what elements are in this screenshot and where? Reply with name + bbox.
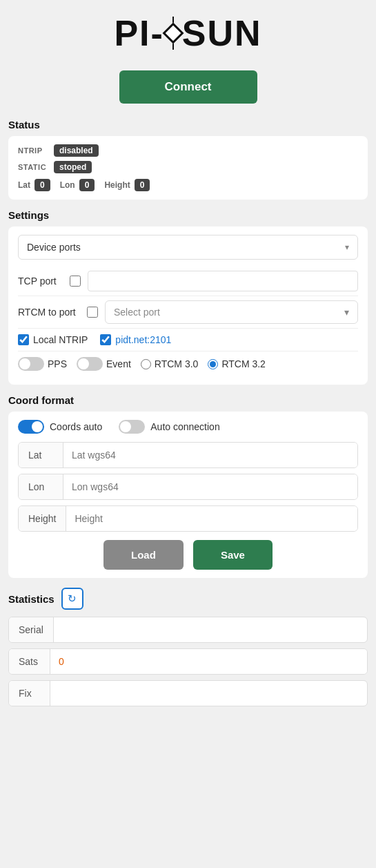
lat-label: Lat — [18, 180, 30, 190]
select-port-chevron-icon: ▾ — [344, 307, 349, 318]
device-ports-label: Device ports — [27, 242, 81, 253]
static-status-row: STATIC stoped — [18, 161, 358, 173]
lat-item: Lat 0 — [18, 179, 50, 191]
statistics-header: Statistics ↻ — [8, 588, 368, 610]
local-ntrip-row: Local NTRIP pidt.net:2101 — [18, 329, 358, 351]
device-ports-dropdown[interactable]: Device ports ▾ — [18, 235, 358, 260]
lat-value: 0 — [34, 179, 50, 191]
height-status-label: Height — [104, 180, 130, 190]
height-field-label: Height — [19, 506, 66, 531]
lat-field-input[interactable] — [63, 443, 357, 467]
ntrip-badge: disabled — [54, 144, 99, 157]
sats-field-row: Sats 0 — [8, 648, 368, 675]
ntrip-address-value: pidt.net:2101 — [115, 334, 171, 345]
height-field-row: Height — [18, 505, 358, 532]
static-label: STATIC — [18, 163, 47, 171]
select-port-placeholder: Select port — [114, 307, 160, 318]
event-toggle[interactable] — [77, 357, 103, 371]
tcp-port-input[interactable] — [88, 271, 358, 291]
static-badge: stoped — [54, 161, 92, 173]
lat-field-label: Lat — [19, 443, 63, 467]
logo: PI- SUN — [114, 15, 261, 51]
auto-connection-toggle[interactable] — [119, 420, 145, 434]
ntrip-address-item: pidt.net:2101 — [100, 334, 171, 345]
event-toggle-item: Event — [77, 357, 131, 371]
refresh-icon: ↻ — [68, 592, 77, 605]
lon-label: Lon — [60, 180, 75, 190]
coords-auto-label: Coords auto — [50, 421, 102, 432]
settings-title: Settings — [8, 209, 368, 221]
local-ntrip-label: Local NTRIP — [33, 334, 88, 345]
coords-auto-item: Coords auto — [18, 420, 102, 434]
ntrip-status-row: NTRIP disabled — [18, 144, 358, 157]
sats-value: 0 — [50, 649, 367, 674]
tcp-port-label: TCP port — [18, 276, 63, 287]
logo-area: PI- SUN — [8, 7, 368, 64]
fix-label: Fix — [9, 681, 50, 706]
rtcm-port-label: RTCM to port — [18, 307, 80, 318]
load-save-row: Load Save — [18, 540, 358, 570]
event-label: Event — [106, 358, 131, 369]
rtcm-port-row: RTCM to port Select port ▾ — [18, 296, 358, 329]
lon-field-input[interactable] — [63, 474, 357, 499]
rtcm32-radio[interactable] — [208, 359, 218, 369]
logo-sun: SUN — [182, 15, 262, 51]
coords-auto-toggle[interactable] — [18, 420, 44, 434]
auto-connection-label: Auto connection — [150, 421, 219, 432]
select-port-dropdown[interactable]: Select port ▾ — [105, 300, 358, 324]
lon-field-label: Lon — [19, 474, 63, 499]
coord-toggles-row: Coords auto Auto connection — [18, 420, 358, 434]
coord-format-card: Coords auto Auto connection Lat Lon Heig… — [8, 412, 368, 578]
pps-label: PPS — [48, 358, 67, 369]
ntrip-label: NTRIP — [18, 146, 47, 155]
load-button[interactable]: Load — [103, 540, 184, 570]
fix-field-row: Fix — [8, 680, 368, 706]
fix-value — [50, 686, 367, 700]
device-ports-wrapper: Device ports ▾ — [18, 235, 358, 260]
refresh-button[interactable]: ↻ — [61, 588, 83, 610]
rtcm32-label: RTCM 3.2 — [221, 358, 266, 369]
rtcm30-label: RTCM 3.0 — [155, 358, 199, 369]
coord-format-title: Coord format — [8, 394, 368, 406]
lat-lon-row: Lat 0 Lon 0 Height 0 — [18, 179, 358, 191]
sats-label: Sats — [9, 649, 50, 674]
local-ntrip-item: Local NTRIP — [18, 334, 88, 345]
local-ntrip-checkbox[interactable] — [18, 334, 29, 345]
rtcm32-item: RTCM 3.2 — [208, 358, 266, 369]
pps-toggle[interactable] — [18, 357, 44, 371]
auto-connection-item: Auto connection — [119, 420, 219, 434]
height-field-input[interactable] — [66, 506, 357, 531]
rtcm30-item: RTCM 3.0 — [141, 358, 199, 369]
lon-item: Lon 0 — [60, 179, 95, 191]
rtcm30-radio[interactable] — [141, 359, 151, 369]
height-status-value: 0 — [135, 179, 150, 191]
serial-field-row: Serial — [8, 617, 368, 643]
tcp-port-checkbox[interactable] — [70, 276, 81, 287]
settings-card: Device ports ▾ TCP port RTCM to port Sel… — [8, 226, 368, 385]
height-status-item: Height 0 — [104, 179, 150, 191]
serial-value — [54, 623, 367, 637]
status-card: NTRIP disabled STATIC stoped Lat 0 Lon 0… — [8, 136, 368, 200]
serial-label: Serial — [9, 617, 54, 642]
save-button[interactable]: Save — [193, 540, 273, 570]
logo-pi: PI- — [114, 15, 164, 51]
pps-toggle-item: PPS — [18, 357, 67, 371]
lon-field-row: Lon — [18, 474, 358, 500]
rtcm-port-checkbox[interactable] — [87, 307, 98, 318]
connect-button[interactable]: Connect — [119, 70, 257, 104]
ntrip-address-checkbox[interactable] — [100, 334, 111, 345]
device-ports-chevron-icon: ▾ — [345, 242, 349, 252]
statistics-title: Statistics — [8, 593, 55, 605]
status-title: Status — [8, 119, 368, 131]
lat-field-row: Lat — [18, 442, 358, 468]
logo-diamond-icon — [166, 17, 181, 50]
tcp-port-row: TCP port — [18, 267, 358, 296]
lon-value: 0 — [79, 179, 95, 191]
radio-options-row: PPS Event RTCM 3.0 RTCM 3.2 — [18, 351, 358, 376]
